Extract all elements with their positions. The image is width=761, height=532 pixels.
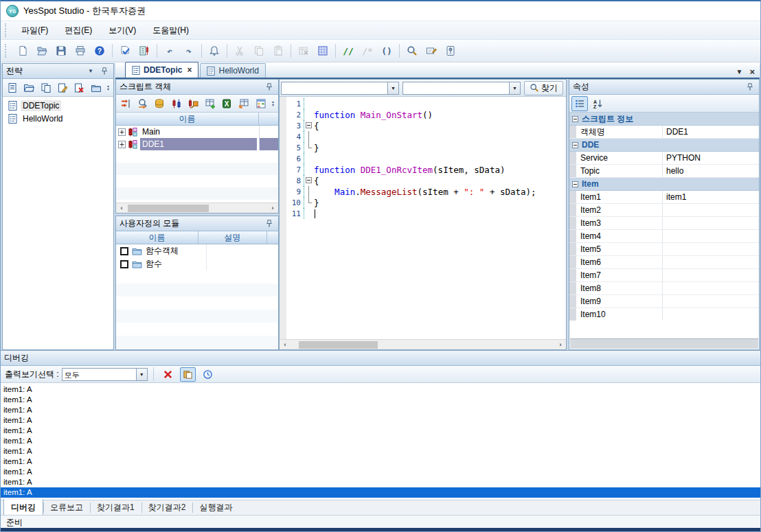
expand-icon[interactable]	[118, 128, 126, 136]
event-combobox[interactable]: ▼	[402, 82, 521, 95]
folder-closed-button[interactable]	[89, 80, 104, 95]
search-object-button[interactable]	[135, 96, 151, 111]
alarm-bell-button[interactable]	[205, 42, 223, 60]
property-value[interactable]: item1	[663, 191, 759, 203]
menu-item[interactable]: 보기(V)	[100, 21, 144, 40]
editor-hscrollbar[interactable]: ‹ ›	[280, 339, 566, 349]
property-value[interactable]	[663, 282, 759, 294]
toolbar-overflow-icon[interactable]: ▾▾	[104, 85, 112, 91]
column-extra[interactable]	[267, 231, 278, 244]
tab-close-icon[interactable]: ×	[749, 67, 755, 77]
redo-button[interactable]: ↷	[180, 42, 198, 60]
pin-icon[interactable]	[264, 218, 275, 229]
collapse-icon[interactable]	[572, 181, 578, 187]
timestamp-button[interactable]	[200, 367, 216, 382]
comment-line-button[interactable]: //	[339, 42, 357, 60]
debug-output-entry[interactable]: item1: A	[1, 487, 760, 498]
property-value[interactable]: PYTHON	[663, 152, 759, 164]
excel-export-button[interactable]: X	[219, 96, 235, 111]
property-group-row[interactable]: DDE	[569, 139, 759, 152]
column-name[interactable]: 이름	[116, 113, 259, 125]
scroll-right-icon[interactable]: ›	[555, 341, 566, 348]
strategy-item[interactable]: HelloWorld	[3, 112, 113, 125]
output-settings-button[interactable]	[442, 42, 459, 60]
help-button[interactable]: ?	[91, 42, 109, 60]
tab-close-icon[interactable]: ×	[187, 65, 192, 75]
script-check-button[interactable]	[116, 42, 134, 60]
fold-marker[interactable]	[304, 175, 314, 186]
pin-icon[interactable]	[745, 82, 756, 93]
property-row[interactable]: ServicePYTHON	[569, 152, 759, 165]
property-value[interactable]	[663, 308, 759, 321]
column-name[interactable]: 이름	[116, 231, 198, 244]
property-group-row[interactable]: Item	[569, 178, 759, 191]
scroll-right-icon[interactable]: ›	[267, 205, 278, 211]
debug-output-entry[interactable]: item1: A	[1, 426, 760, 436]
debug-output-entry[interactable]: item1: A	[1, 395, 760, 405]
debug-output-entry[interactable]: item1: A	[1, 436, 760, 446]
expand-icon[interactable]	[118, 141, 126, 148]
table-import-button[interactable]	[236, 96, 252, 111]
copy-output-button[interactable]	[180, 367, 196, 382]
output-tab[interactable]: 디버깅	[3, 499, 43, 516]
sort-alpha-button[interactable]: AZ	[589, 96, 606, 111]
output-tab[interactable]: 찾기결과2	[141, 500, 193, 516]
find-replace-button[interactable]	[422, 42, 440, 60]
code-line[interactable]: 9 Main.MessageList(sItem + ": " + sData)…	[280, 186, 566, 197]
code-line[interactable]: 8{	[280, 175, 566, 186]
objects-hscrollbar[interactable]: ‹ ›	[116, 203, 278, 213]
folder-new-button[interactable]	[21, 80, 36, 95]
menu-item[interactable]: 도움말(H)	[144, 21, 197, 40]
property-row[interactable]: Item1item1	[569, 191, 759, 204]
code-line[interactable]: 3{	[280, 120, 566, 131]
chevron-down-icon[interactable]: ▼	[509, 82, 520, 94]
property-row[interactable]: Item8	[569, 282, 759, 295]
property-value[interactable]	[663, 243, 759, 255]
chevron-down-icon[interactable]: ▼	[136, 369, 147, 380]
output-filter-combobox[interactable]: 모두 ▼	[62, 368, 148, 381]
print-button[interactable]	[71, 42, 89, 60]
document-tab[interactable]: HelloWorld	[200, 63, 265, 78]
menu-item[interactable]: 편집(E)	[56, 21, 100, 40]
property-value[interactable]	[663, 256, 759, 268]
property-row[interactable]: Item7	[569, 269, 759, 282]
parentheses-button[interactable]: ()	[378, 42, 396, 60]
save-button[interactable]	[52, 42, 70, 60]
property-row[interactable]: Topichello	[569, 165, 759, 178]
property-value[interactable]	[663, 217, 759, 229]
find-button[interactable]	[403, 42, 421, 60]
scroll-thumb[interactable]	[299, 341, 378, 349]
menu-item[interactable]: 파일(F)	[13, 21, 56, 40]
doc-edit-button[interactable]	[55, 80, 70, 95]
property-value[interactable]	[663, 204, 759, 216]
collapse-icon[interactable]	[572, 142, 578, 148]
grid-view-button[interactable]	[314, 42, 332, 60]
code-line[interactable]: 2function Main_OnStart()	[280, 109, 566, 120]
code-line[interactable]: 5}	[280, 142, 566, 153]
find-button[interactable]: 찾기	[524, 81, 563, 95]
chevron-down-icon[interactable]: ▼	[387, 82, 398, 94]
strategy-item[interactable]: DDETopic	[3, 99, 113, 112]
fold-marker[interactable]	[304, 120, 314, 131]
clear-output-button[interactable]	[160, 367, 176, 382]
property-value[interactable]: DDE1	[663, 126, 759, 138]
column-extra[interactable]	[259, 113, 278, 125]
checkbox[interactable]	[120, 247, 128, 255]
undo-button[interactable]: ↶	[161, 42, 179, 60]
code-line[interactable]: 10}	[280, 197, 566, 208]
document-tab[interactable]: DDETopic×	[125, 62, 198, 78]
debug-output-entry[interactable]: item1: A	[1, 456, 760, 467]
debug-output-entry[interactable]: item1: A	[1, 446, 760, 456]
fold-collapse-icon[interactable]	[306, 122, 312, 128]
tab-list-dropdown-icon[interactable]: ▼	[736, 68, 743, 76]
scroll-left-icon[interactable]: ‹	[280, 341, 291, 348]
property-row[interactable]: Item3	[569, 217, 759, 230]
code-line[interactable]: 1	[280, 98, 566, 109]
property-group-row[interactable]: 스크립트 정보	[569, 113, 759, 126]
output-tab[interactable]: 찾기결과1	[90, 500, 141, 516]
doc-delete-button[interactable]	[71, 80, 87, 95]
chart-insert-button[interactable]	[169, 96, 185, 111]
column-desc[interactable]: 설명	[198, 231, 267, 244]
code-line[interactable]: 7function DDE1_OnRcvItem(sItem, sData)	[280, 164, 566, 175]
fold-collapse-icon[interactable]	[306, 177, 312, 183]
